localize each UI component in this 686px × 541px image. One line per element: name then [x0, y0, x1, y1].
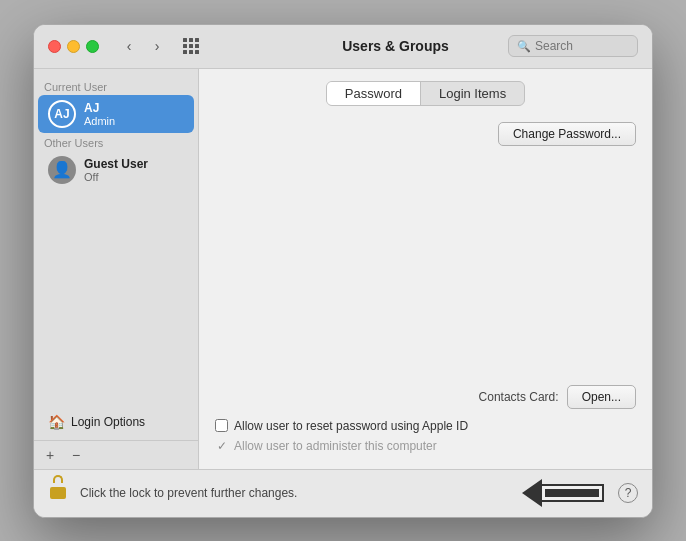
reset-password-label: Allow user to reset password using Apple…	[234, 419, 468, 433]
bottom-bar: Click the lock to prevent further change…	[34, 469, 652, 517]
main-content: Current User AJ AJ Admin Other Users 👤 G…	[34, 69, 652, 469]
contacts-card-label: Contacts Card:	[479, 390, 559, 404]
administer-label: Allow user to administer this computer	[234, 439, 437, 453]
panel-spacer	[215, 156, 636, 385]
sidebar-bottom-bar: + −	[34, 440, 198, 469]
tab-password[interactable]: Password	[327, 82, 421, 105]
traffic-lights	[48, 40, 99, 53]
lock-body	[50, 487, 66, 499]
arrow-head	[522, 479, 542, 507]
other-users-label: Other Users	[34, 133, 198, 151]
guest-user-name: Guest User	[84, 157, 148, 171]
close-button[interactable]	[48, 40, 61, 53]
checkmark-icon: ✓	[215, 439, 228, 453]
fullscreen-button[interactable]	[86, 40, 99, 53]
current-user-display-name: AJ	[84, 101, 115, 115]
change-password-row: Change Password...	[215, 122, 636, 146]
right-panel: Password Login Items Change Password... …	[199, 69, 652, 469]
contacts-row: Contacts Card: Open...	[215, 385, 636, 409]
guest-user-status: Off	[84, 171, 148, 183]
open-contacts-button[interactable]: Open...	[567, 385, 636, 409]
reset-password-checkbox[interactable]	[215, 419, 228, 432]
lock-icon[interactable]	[48, 482, 70, 504]
change-password-button[interactable]: Change Password...	[498, 122, 636, 146]
house-icon: 🏠	[48, 414, 65, 430]
guest-user-text: Guest User Off	[84, 157, 148, 183]
current-user-avatar: AJ	[48, 100, 76, 128]
current-user-text: AJ Admin	[84, 101, 115, 127]
remove-user-button[interactable]: −	[64, 445, 88, 465]
help-button[interactable]: ?	[618, 483, 638, 503]
current-user-role: Admin	[84, 115, 115, 127]
add-user-button[interactable]: +	[38, 445, 62, 465]
reset-password-row: Allow user to reset password using Apple…	[215, 419, 636, 433]
arrow-shape	[522, 479, 602, 507]
forward-button[interactable]: ›	[145, 36, 169, 56]
current-user-initials: AJ	[54, 107, 69, 121]
tab-login-items[interactable]: Login Items	[421, 82, 524, 105]
administer-row: ✓ Allow user to administer this computer	[215, 439, 636, 453]
nav-buttons: ‹ ›	[117, 36, 169, 56]
minimize-button[interactable]	[67, 40, 80, 53]
sidebar: Current User AJ AJ Admin Other Users 👤 G…	[34, 69, 199, 469]
sidebar-spacer	[34, 189, 198, 408]
tabs-row: Password Login Items	[326, 81, 525, 106]
current-user-item[interactable]: AJ AJ Admin	[38, 95, 194, 133]
lock-shackle	[53, 475, 63, 483]
search-box[interactable]: 🔍	[508, 35, 638, 57]
users-groups-window: ‹ › Users & Groups 🔍 Current User AJ AJ	[33, 24, 653, 518]
grid-icon[interactable]	[183, 38, 199, 54]
guest-user-item[interactable]: 👤 Guest User Off	[38, 151, 194, 189]
lock-text: Click the lock to prevent further change…	[80, 486, 297, 500]
login-options-row[interactable]: 🏠 Login Options	[38, 408, 194, 436]
login-options-label: Login Options	[71, 415, 145, 429]
search-icon: 🔍	[517, 40, 531, 53]
arrow-icon	[522, 479, 602, 507]
guest-user-avatar: 👤	[48, 156, 76, 184]
search-input[interactable]	[535, 39, 629, 53]
titlebar: ‹ › Users & Groups 🔍	[34, 25, 652, 69]
back-button[interactable]: ‹	[117, 36, 141, 56]
arrow-shaft	[542, 486, 602, 500]
current-user-label: Current User	[34, 77, 198, 95]
